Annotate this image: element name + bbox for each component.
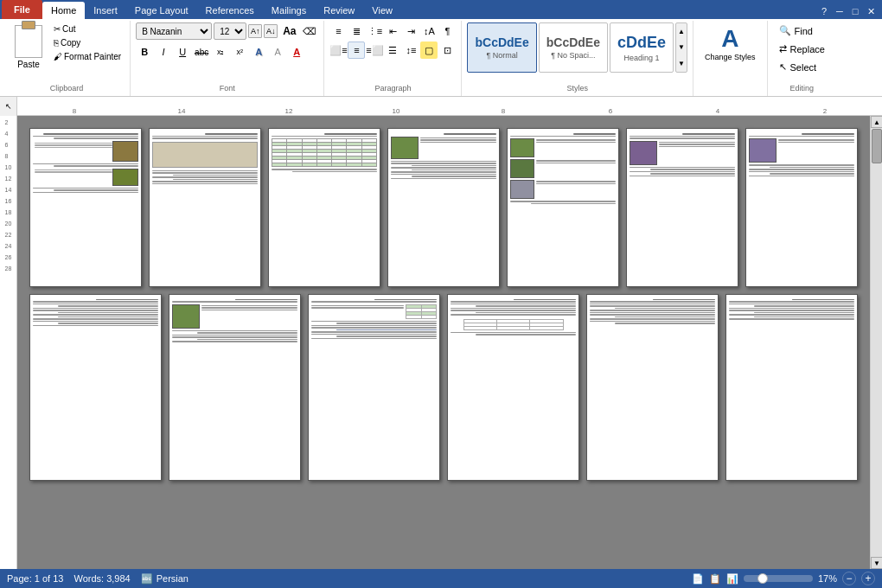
scroll-thumb[interactable] — [872, 129, 882, 163]
language: Persian — [157, 573, 189, 584]
ribbon-outer: File Home Insert Page Layout References … — [0, 0, 882, 97]
format-painter-label: Format Painter — [64, 52, 121, 61]
tab-view[interactable]: View — [363, 2, 401, 19]
scroll-track[interactable] — [871, 128, 882, 557]
page-7[interactable] — [745, 128, 858, 287]
justify-button[interactable]: ☰ — [384, 42, 401, 59]
vertical-scrollbar[interactable]: ▲ ▼ — [870, 116, 882, 569]
font-label: Font — [220, 84, 235, 94]
page-1[interactable] — [29, 128, 142, 287]
select-button[interactable]: ↖ Select — [773, 59, 831, 75]
styles-group-content: bCcDdEe ¶ Normal bCcDdEe ¶ No Spaci... c… — [467, 22, 687, 84]
tab-page-layout[interactable]: Page Layout — [126, 2, 197, 19]
scroll-up-button[interactable]: ▲ — [871, 116, 882, 128]
language-item: 🔤 Persian — [141, 573, 189, 585]
view-web-icon[interactable]: 📊 — [726, 573, 738, 585]
page-12[interactable] — [586, 294, 719, 481]
show-formatting-button[interactable]: ¶ — [438, 22, 456, 40]
clear-format-button[interactable]: ⌫ — [301, 22, 318, 40]
change-styles-label: Change Styles — [705, 53, 756, 61]
styles-scroll[interactable]: ▲ ▼ ▼ — [675, 22, 687, 73]
tab-insert[interactable]: Insert — [85, 2, 126, 19]
font-name-select[interactable]: B Nazanin — [136, 22, 212, 40]
replace-button[interactable]: ⇄ Replace — [773, 41, 831, 57]
page-5[interactable] — [507, 128, 619, 287]
help-icon[interactable]: ? — [816, 3, 832, 19]
change-styles-button[interactable]: A Change Styles — [699, 22, 762, 66]
tab-file[interactable]: File — [2, 0, 42, 19]
line-spacing-button[interactable]: ↕≡ — [402, 42, 419, 59]
view-fullscreen-icon[interactable]: 📋 — [709, 573, 721, 585]
cut-button[interactable]: ✂ Cut — [50, 22, 125, 35]
tab-references[interactable]: References — [197, 2, 263, 19]
minimize-icon[interactable]: ─ — [832, 3, 847, 19]
spell-check-icon: 🔤 — [141, 573, 153, 585]
text-highlight-button[interactable]: A — [269, 43, 286, 61]
style-heading1-label: Heading 1 — [623, 54, 659, 62]
italic-button[interactable]: I — [155, 43, 172, 61]
bullets-button[interactable]: ≡ — [329, 22, 347, 40]
subscript-button[interactable]: x₂ — [212, 43, 229, 61]
bold-button[interactable]: B — [136, 43, 153, 61]
format-painter-button[interactable]: 🖌 Format Painter — [50, 50, 125, 63]
numbering-button[interactable]: ≣ — [348, 22, 365, 40]
page-6[interactable] — [626, 128, 738, 287]
style-heading1[interactable]: cDdEe Heading 1 — [610, 22, 674, 73]
view-print-icon[interactable]: 📄 — [692, 573, 704, 585]
page-10[interactable] — [308, 294, 440, 481]
tab-review[interactable]: Review — [315, 2, 363, 19]
scroll-down-button[interactable]: ▼ — [871, 557, 882, 569]
superscript-button[interactable]: x² — [231, 43, 248, 61]
scissors-icon: ✂ — [54, 24, 61, 34]
copy-button[interactable]: ⎘ Copy — [50, 36, 125, 49]
zoom-in-button[interactable]: + — [861, 572, 875, 585]
page1-image2 — [112, 169, 138, 186]
font-grow-button[interactable]: A↑ — [248, 24, 262, 38]
font-shrink-button[interactable]: A↓ — [264, 24, 278, 38]
align-right-button[interactable]: ≡⬜ — [366, 42, 383, 59]
paste-button[interactable]: Paste — [9, 22, 48, 72]
page-13[interactable] — [725, 294, 858, 481]
page-4[interactable] — [387, 128, 500, 287]
sort-button[interactable]: ↕A — [420, 22, 438, 40]
zoom-slider[interactable] — [744, 575, 813, 582]
document-area[interactable] — [17, 116, 870, 569]
tab-mailings[interactable]: Mailings — [263, 2, 315, 19]
page-2[interactable] — [149, 128, 261, 287]
page-9[interactable] — [169, 294, 301, 481]
zoom-percent: 17% — [818, 573, 837, 584]
align-center-button[interactable]: ≡ — [348, 42, 365, 59]
zoom-thumb[interactable] — [757, 573, 768, 584]
select-label: Select — [790, 62, 817, 73]
find-button[interactable]: 🔍 Find — [773, 22, 831, 39]
font-color-button[interactable]: A — [288, 43, 305, 61]
indent-increase-button[interactable]: ⇥ — [402, 22, 419, 40]
borders-button[interactable]: ⊡ — [438, 42, 456, 59]
close-icon[interactable]: ✕ — [863, 3, 879, 19]
page-3[interactable] — [268, 128, 380, 287]
text-effects-button[interactable]: A — [250, 43, 267, 61]
shading-button[interactable]: ▢ — [420, 42, 438, 59]
multilevel-list-button[interactable]: ⋮≡ — [366, 22, 383, 40]
page6-image — [630, 141, 657, 165]
change-case-button[interactable]: Aa — [279, 23, 299, 39]
editing-buttons: 🔍 Find ⇄ Replace ↖ Select — [773, 22, 831, 75]
align-left-button[interactable]: ⬜≡ — [329, 42, 347, 59]
style-normal[interactable]: bCcDdEe ¶ Normal — [467, 22, 536, 73]
page-8[interactable] — [29, 294, 162, 481]
style-no-spacing[interactable]: bCcDdEe ¶ No Spaci... — [539, 22, 608, 73]
zoom-out-button[interactable]: − — [842, 572, 856, 585]
font-size-select[interactable]: 12 — [214, 22, 246, 40]
indent-decrease-button[interactable]: ⇤ — [384, 22, 401, 40]
page5-img1 — [510, 138, 534, 157]
tab-home[interactable]: Home — [42, 2, 85, 19]
page-11[interactable] — [447, 294, 579, 481]
restore-icon[interactable]: □ — [847, 3, 863, 19]
ruler-container: ↖ 8 14 12 10 8 6 4 2 — [0, 97, 882, 116]
strikethrough-button[interactable]: abc — [193, 43, 210, 61]
clipboard-content: Paste ✂ Cut ⎘ Copy 🖌 Format Painter — [9, 22, 125, 84]
page1-image — [112, 141, 138, 162]
underline-button[interactable]: U — [174, 43, 191, 61]
page-info-item: Page: 1 of 13 — [7, 573, 63, 584]
copy-icon: ⎘ — [54, 38, 59, 48]
